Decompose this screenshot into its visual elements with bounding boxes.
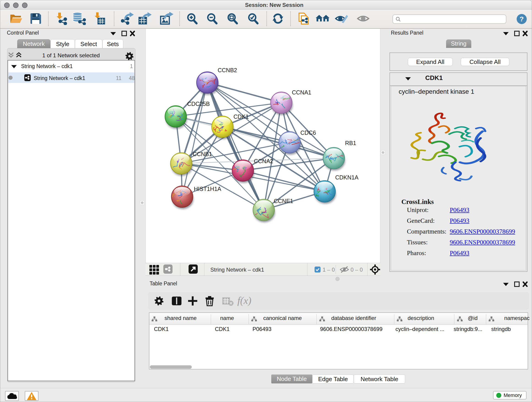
svg-text:?: ? [520, 15, 524, 23]
svg-text:RB1: RB1 [345, 140, 356, 146]
svg-text:CCNB2: CCNB2 [218, 67, 237, 73]
svg-text:CDC25B: CDC25B [187, 101, 210, 107]
svg-text:CDK1: CDK1 [234, 114, 249, 120]
svg-text:CCNB1: CCNB1 [193, 151, 212, 157]
svg-text:CDKN1A: CDKN1A [335, 174, 359, 181]
svg-text:CCNA2: CCNA2 [254, 158, 273, 164]
svg-text:HIST1H1A: HIST1H1A [194, 186, 221, 192]
svg-text:CCNE1: CCNE1 [274, 198, 293, 204]
svg-text:CDC6: CDC6 [300, 129, 316, 136]
svg-text:CCNA1: CCNA1 [292, 89, 311, 96]
